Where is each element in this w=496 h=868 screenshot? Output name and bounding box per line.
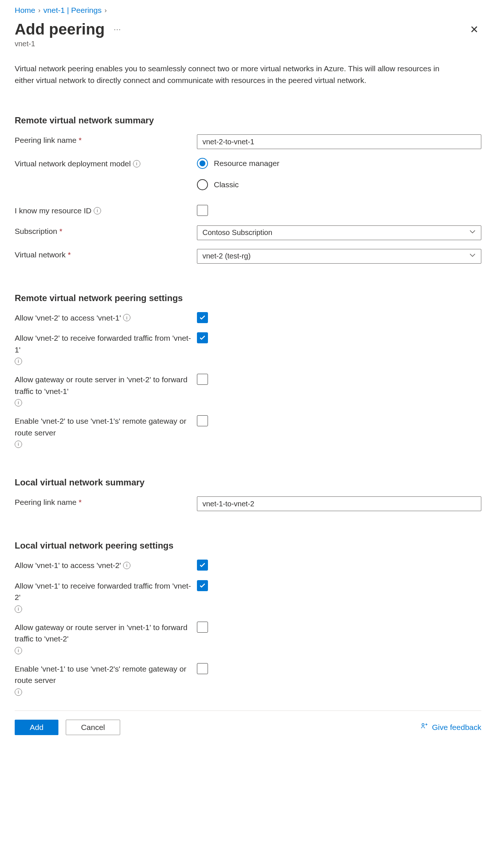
breadcrumb-home[interactable]: Home (15, 6, 35, 15)
deployment-model-label: Virtual network deployment model i (15, 158, 197, 170)
info-icon[interactable]: i (15, 358, 22, 365)
local-allow-forwarded-checkbox[interactable] (197, 580, 208, 591)
svg-point-0 (422, 723, 424, 726)
section-remote-summary: Remote virtual network summary (15, 115, 481, 126)
remote-allow-gateway-label: Allow gateway or route server in 'vnet-2… (15, 374, 197, 406)
subscription-label: Subscription* (15, 225, 197, 237)
radio-label: Resource manager (214, 159, 280, 168)
info-icon[interactable]: i (15, 605, 22, 613)
deployment-model-rm-radio[interactable]: Resource manager (197, 158, 481, 169)
remote-enable-gw-checkbox[interactable] (197, 415, 208, 426)
local-enable-gw-label: Enable 'vnet-1' to use 'vnet-2's' remote… (15, 663, 197, 696)
remote-peering-link-name-input[interactable] (197, 134, 481, 149)
chevron-right-icon: › (38, 7, 40, 14)
breadcrumb-section[interactable]: vnet-1 | Peerings (43, 6, 101, 15)
add-button[interactable]: Add (15, 720, 58, 735)
info-icon[interactable]: i (123, 314, 130, 321)
close-icon[interactable]: ✕ (467, 21, 481, 39)
remote-allow-gateway-checkbox[interactable] (197, 374, 208, 385)
info-icon[interactable]: i (123, 562, 130, 569)
local-allow-access-checkbox[interactable] (197, 560, 208, 571)
know-resource-id-label: I know my resource ID i (15, 205, 197, 217)
chevron-down-icon (469, 228, 476, 237)
section-local-settings: Local virtual network peering settings (15, 540, 481, 551)
feedback-label: Give feedback (432, 723, 481, 732)
chevron-down-icon (469, 252, 476, 260)
remote-allow-forwarded-checkbox[interactable] (197, 332, 208, 343)
chevron-right-icon: › (104, 7, 107, 14)
virtual-network-label: Virtual network* (15, 249, 197, 261)
peering-link-name-label: Peering link name* (15, 134, 197, 146)
feedback-icon (420, 722, 428, 732)
cancel-button[interactable]: Cancel (66, 720, 120, 735)
radio-label: Classic (214, 180, 239, 189)
breadcrumb: Home › vnet-1 | Peerings › (15, 0, 481, 15)
virtual-network-select[interactable]: vnet-2 (test-rg) (197, 249, 481, 264)
local-allow-gateway-label: Allow gateway or route server in 'vnet-1… (15, 622, 197, 654)
remote-allow-access-label: Allow 'vnet-2' to access 'vnet-1' i (15, 312, 197, 324)
deployment-model-classic-radio[interactable]: Classic (197, 179, 481, 190)
more-actions-icon[interactable]: ⋯ (114, 25, 122, 34)
local-peering-link-name-input[interactable] (197, 496, 481, 511)
remote-enable-gw-label: Enable 'vnet-2' to use 'vnet-1's' remote… (15, 415, 197, 448)
footer: Add Cancel Give feedback (15, 710, 481, 744)
info-icon[interactable]: i (15, 688, 22, 696)
remote-allow-access-checkbox[interactable] (197, 312, 208, 323)
local-allow-access-label: Allow 'vnet-1' to access 'vnet-2' i (15, 560, 197, 571)
page-header: Add peering ⋯ vnet-1 ✕ (15, 21, 481, 48)
remote-allow-forwarded-label: Allow 'vnet-2' to receive forwarded traf… (15, 332, 197, 365)
page-subtitle: vnet-1 (15, 40, 122, 48)
page-title: Add peering (15, 21, 105, 38)
info-icon[interactable]: i (94, 207, 101, 214)
info-icon[interactable]: i (15, 399, 22, 406)
local-peering-link-name-label: Peering link name* (15, 496, 197, 508)
info-icon[interactable]: i (15, 441, 22, 448)
give-feedback-link[interactable]: Give feedback (420, 722, 481, 732)
local-allow-forwarded-label: Allow 'vnet-1' to receive forwarded traf… (15, 580, 197, 613)
section-local-summary: Local virtual network summary (15, 477, 481, 488)
local-allow-gateway-checkbox[interactable] (197, 622, 208, 633)
info-icon[interactable]: i (133, 160, 140, 167)
section-remote-settings: Remote virtual network peering settings (15, 293, 481, 303)
page-description: Virtual network peering enables you to s… (15, 63, 456, 86)
subscription-select[interactable]: Contoso Subscription (197, 225, 481, 240)
info-icon[interactable]: i (15, 647, 22, 654)
know-resource-id-checkbox[interactable] (197, 205, 208, 216)
local-enable-gw-checkbox[interactable] (197, 663, 208, 674)
